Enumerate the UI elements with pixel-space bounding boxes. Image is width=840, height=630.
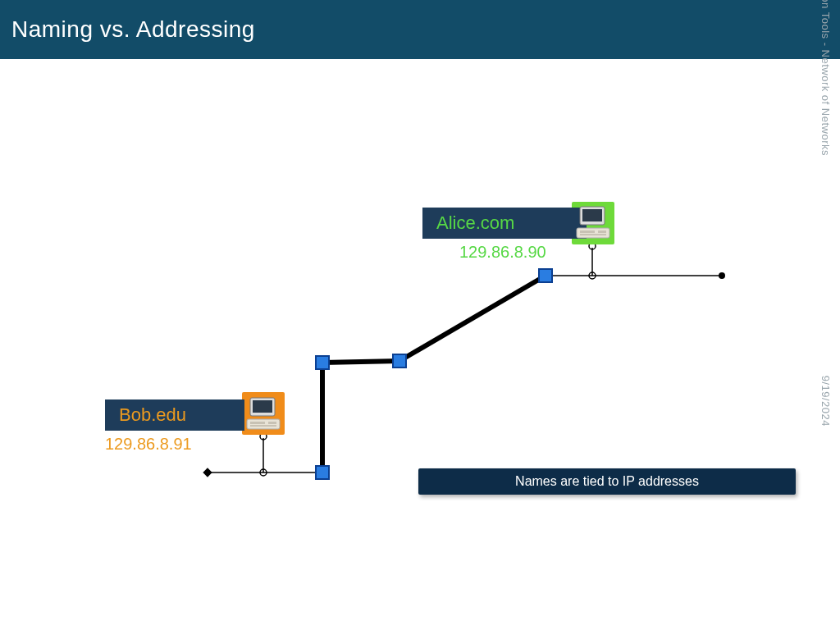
router-node xyxy=(315,465,330,480)
router-node xyxy=(315,355,330,370)
svg-line-0 xyxy=(399,276,546,361)
bob-ip: 129.86.8.91 xyxy=(105,435,192,454)
title-bar: Naming vs. Addressing xyxy=(0,0,840,59)
diagram-canvas: Alice.com 129.86.8.90 Bob.edu 129.86.8.9… xyxy=(0,59,840,630)
network-lines xyxy=(0,59,840,630)
alice-hostname: Alice.com xyxy=(436,212,514,234)
svg-rect-12 xyxy=(203,468,212,477)
router-node xyxy=(538,268,553,283)
bob-computer-bg xyxy=(242,392,285,435)
alice-ip: 129.86.8.90 xyxy=(459,243,546,262)
alice-host-box: Alice.com xyxy=(422,208,587,239)
router-node xyxy=(392,354,407,368)
slide-title: Naming vs. Addressing xyxy=(11,16,255,43)
slide: Naming vs. Addressing Information Tools … xyxy=(0,0,840,630)
bob-host-box: Bob.edu xyxy=(105,399,244,431)
svg-point-6 xyxy=(589,272,596,279)
note-box: Names are tied to IP addresses xyxy=(418,468,796,495)
svg-line-1 xyxy=(322,361,399,363)
svg-point-7 xyxy=(719,272,725,279)
bob-hostname: Bob.edu xyxy=(119,404,186,426)
svg-point-11 xyxy=(260,469,267,476)
